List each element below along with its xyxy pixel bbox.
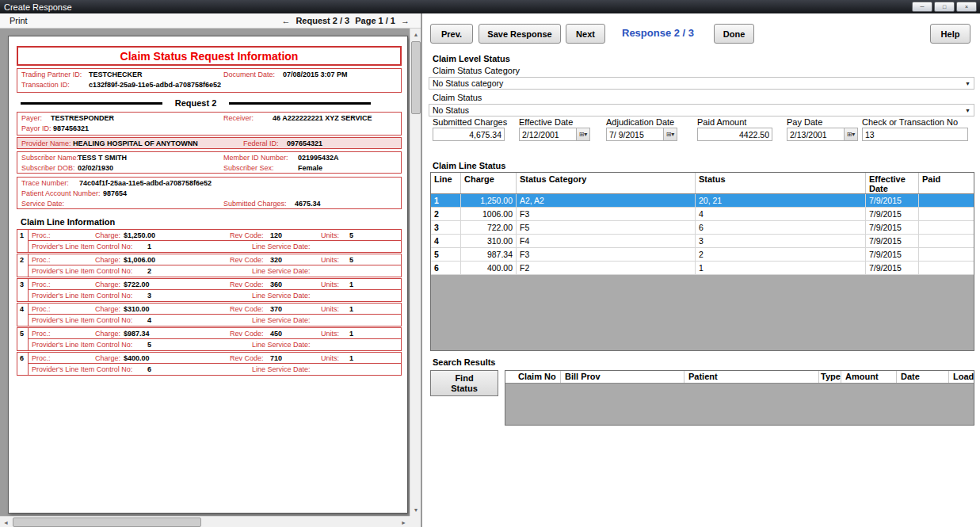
pay-date-value: 2/13/2001 [787, 128, 844, 140]
claim-status-category-value: No Status category [433, 78, 503, 88]
next-request-arrow-icon[interactable]: → [401, 16, 410, 25]
maximize-button[interactable]: □ [934, 2, 955, 12]
subscriber-box: Subscriber Name: TESS T SMITH Member ID … [17, 151, 402, 174]
trace-number-value: 74c04f1f-25aa-11e5-adbd-a708758f6e52 [79, 179, 212, 187]
rev-code-label: Rev Code: [230, 256, 264, 264]
request-header: Request 2 [21, 97, 371, 109]
units-label: Units: [321, 330, 339, 338]
column-header-charge: Charge [461, 173, 517, 193]
effective-date-dropdown-button[interactable]: ⊞▾ [576, 128, 589, 140]
claim-line-number: 6 [17, 353, 29, 375]
scroll-right-button[interactable]: ► [398, 517, 410, 527]
help-button[interactable]: Help [930, 24, 970, 44]
submitted-charges-label: Submitted Charges: [223, 200, 287, 208]
claim-line-1: 1 Proc.: Charge: $1,250.00 Rev Code: 120… [17, 229, 402, 253]
units-label: Units: [321, 256, 339, 264]
federal-id-label: Federal ID: [243, 139, 279, 147]
close-button[interactable]: × [956, 2, 977, 12]
units-value: 1 [349, 330, 353, 338]
claim-status-category-combo[interactable]: No Status category ▼ [429, 77, 974, 90]
prev-button[interactable]: Prev. [430, 24, 473, 44]
cell-effective-date: 7/9/2015 [866, 221, 919, 234]
table-row[interactable]: 3 722.00 F5 6 7/9/2015 [431, 221, 974, 235]
paid-amount-input[interactable] [697, 128, 772, 141]
rev-code-value: 710 [270, 354, 282, 362]
find-status-button[interactable]: Find Status [430, 370, 498, 396]
scroll-left-button[interactable]: ◄ [0, 517, 12, 527]
subscriber-sex-label: Subscriber Sex: [223, 164, 274, 172]
claim-status-combo[interactable]: No Status ▼ [429, 104, 974, 116]
rev-code-value: 370 [270, 305, 282, 313]
help-button-label: Help [941, 29, 960, 39]
done-button[interactable]: Done [714, 24, 754, 44]
table-row[interactable]: 5 987.34 F3 2 7/9/2015 [431, 248, 974, 262]
claim-line-number: 5 [17, 328, 29, 350]
print-menu[interactable]: Print [10, 16, 28, 25]
proc-label: Proc.: [32, 231, 51, 239]
charge-value: $310.00 [124, 305, 150, 313]
cell-paid [919, 262, 974, 274]
rev-code-label: Rev Code: [230, 231, 264, 239]
cell-charge: 1,250.00 [461, 194, 517, 207]
transaction-id-value: c132f89f-25a9-11e5-adbd-a708758f6e52 [89, 81, 221, 89]
table-row[interactable]: 1 1,250.00 A2, A2 20, 21 7/9/2015 [431, 194, 974, 208]
vertical-scrollbar[interactable]: ▲ ▼ [410, 29, 421, 516]
cell-status: 20, 21 [696, 194, 866, 207]
table-row[interactable]: 2 1006.00 F3 4 7/9/2015 [431, 208, 974, 221]
scroll-up-button[interactable]: ▲ [410, 29, 421, 40]
minimize-button[interactable]: ─ [912, 2, 932, 12]
submitted-charges-input[interactable] [433, 128, 505, 141]
units-label: Units: [321, 354, 339, 362]
check-no-input[interactable] [862, 128, 968, 141]
rev-code-value: 450 [270, 330, 282, 338]
adjudication-date-picker[interactable]: 7/ 9/2015 ⊞▾ [606, 128, 677, 141]
vertical-scroll-thumb[interactable] [411, 41, 421, 114]
effective-date-picker[interactable]: 2/12/2001 ⊞▾ [519, 128, 590, 141]
service-date-label: Service Date: [21, 200, 64, 208]
pay-date-field-label: Pay Date [787, 117, 822, 127]
units-label: Units: [321, 231, 339, 239]
titlebar: Create Response ─ □ × [0, 0, 980, 13]
control-no-label: Provider's Line Item Control No: [32, 267, 132, 275]
charge-value: $722.00 [124, 281, 150, 288]
line-service-date-label: Line Service Date: [252, 292, 311, 300]
scroll-down-button[interactable]: ▼ [410, 504, 421, 516]
adjudication-date-dropdown-button[interactable]: ⊞▾ [663, 128, 677, 140]
table-row[interactable]: 4 310.00 F4 3 7/9/2015 [431, 235, 974, 248]
payer-box: Payer: TESTRESPONDER Receiver: 46 A22222… [17, 112, 402, 136]
horizontal-scrollbar[interactable]: ◄ ► [0, 516, 410, 527]
cell-effective-date: 7/9/2015 [866, 262, 919, 274]
units-value: 1 [349, 354, 353, 362]
search-results-heading: Search Results [433, 357, 495, 367]
menubar: Print ← Request 2 / 3 Page 1 / 1 → [0, 13, 421, 29]
request-counter: Request 2 / 3 [296, 16, 349, 25]
charge-label: Charge: [95, 256, 120, 264]
check-no-field-label: Check or Transaction No [862, 117, 958, 127]
done-button-label: Done [723, 29, 745, 39]
provider-name-value: HEALING HOSPITAL OF ANYTOWNN [73, 139, 198, 147]
table-row[interactable]: 6 400.00 F2 1 7/9/2015 [431, 262, 974, 275]
claim-line-number: 1 [17, 230, 29, 252]
cell-paid [919, 248, 974, 261]
next-button[interactable]: Next [566, 24, 605, 44]
cell-charge: 722.00 [461, 221, 517, 234]
cell-line: 1 [431, 194, 461, 207]
cell-status-category: A2, A2 [517, 194, 696, 207]
cell-status: 4 [696, 208, 866, 220]
rev-code-label: Rev Code: [230, 354, 264, 362]
submitted-charges-value: 4675.34 [295, 200, 321, 208]
prev-request-arrow-icon[interactable]: ← [281, 16, 290, 25]
transaction-id-label: Transaction ID: [21, 81, 70, 89]
find-status-label-line1: Find [455, 373, 473, 384]
column-header-line: Line [431, 173, 461, 193]
column-header-claim-no: Claim No [505, 371, 561, 383]
next-button-label: Next [576, 29, 595, 39]
charge-label: Charge: [95, 281, 120, 288]
request-header-line [21, 102, 162, 105]
save-response-button[interactable]: Save Response [479, 24, 561, 44]
pay-date-dropdown-button[interactable]: ⊞▾ [844, 128, 857, 140]
cell-status-category: F5 [517, 221, 696, 234]
pay-date-picker[interactable]: 2/13/2001 ⊞▾ [787, 128, 858, 141]
page-counter: Page 1 / 1 [355, 16, 395, 25]
horizontal-scroll-thumb[interactable] [13, 517, 201, 527]
